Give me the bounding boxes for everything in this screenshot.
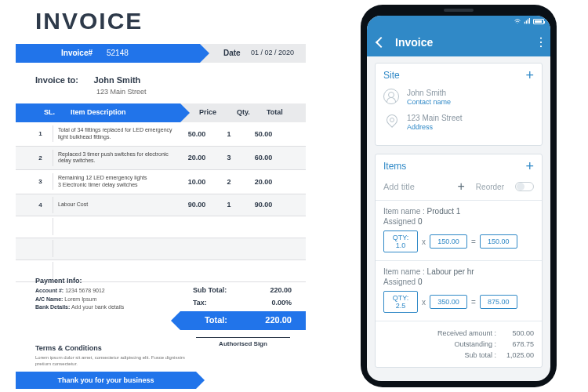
status-bar [367, 16, 550, 28]
total-value: 220.00 [265, 315, 292, 325]
th-total: Total [267, 108, 283, 116]
speaker-icon [444, 9, 474, 12]
payment-info: Payment Info: Account #: 1234 5678 9012 … [35, 277, 172, 312]
thank-you-banner: Thank you for your business [16, 372, 196, 389]
summary-outstanding: Outstanding :678.75 [383, 339, 534, 350]
multiply-icon: x [422, 298, 426, 307]
to-label: Invoice to: [35, 75, 90, 85]
line-total: 875.00 [480, 295, 517, 309]
add-title-input[interactable]: Add title [383, 182, 452, 191]
item-name: Product 1 [427, 207, 461, 216]
contact-name-value: John Smith [407, 89, 451, 97]
phone-screen: Invoice Site + John Smith Contact name [367, 16, 550, 381]
invoice-number: 52148 [107, 49, 129, 57]
tax-label: Tax: [193, 299, 248, 307]
signature-block: Authorised Sign [196, 337, 290, 347]
price-input[interactable]: 350.00 [430, 295, 467, 309]
item-row: Item name : Labour per hr Assigned 0 QTY… [383, 267, 534, 313]
table-body: 1 Total of 34 fittings replaced for LED … [16, 122, 306, 282]
table-header: SL. Item Description Price Qty. Total [16, 103, 306, 122]
add-item-button[interactable]: + [525, 162, 534, 171]
terms: Terms & Conditions Lorem ipsum dolor sit… [35, 344, 192, 368]
qty-input[interactable]: QTY: 1.0 [383, 230, 418, 252]
address-value: 123 Main Street [407, 114, 463, 122]
date-value: 01 / 02 / 2020 [251, 49, 294, 56]
table-row: . [16, 238, 306, 260]
header-band: Invoice# 52148 Date 01 / 02 / 2020 [16, 44, 306, 63]
date-label: Date [223, 49, 241, 57]
th-price: Price [199, 108, 216, 116]
back-icon[interactable] [375, 36, 387, 49]
table-row: 4 Labour Cost 90.00 1 90.00 [16, 194, 306, 216]
table-row: 3 Remaining 12 LED emergency lights 3 El… [16, 170, 306, 194]
contact-name-label: Contact name [407, 98, 451, 106]
item-name: Labour per hr [427, 267, 474, 276]
location-pin-icon [383, 114, 399, 129]
to-name: John Smith [93, 75, 140, 85]
reorder-label: Reorder [476, 183, 504, 191]
bill-to: Invoice to: John Smith 123 Main Street [35, 72, 306, 96]
th-sl: SL. [44, 108, 55, 116]
site-card: Site + John Smith Contact name 123 Main … [375, 63, 543, 146]
invoice-number-label: Invoice# [61, 49, 93, 57]
multiply-icon: x [422, 238, 426, 246]
payment-info-title: Payment Info: [35, 277, 172, 285]
item-assigned: 0 [418, 217, 423, 226]
equals-icon: = [471, 298, 476, 307]
person-icon [383, 89, 399, 104]
items-card: Items + Add title + Reorder Item name : … [375, 154, 543, 368]
to-address: 123 Main Street [96, 88, 306, 96]
app-content[interactable]: Site + John Smith Contact name 123 Main … [367, 56, 550, 381]
table-row: 1 Total of 34 fittings replaced for LED … [16, 122, 306, 147]
address-label: Address [407, 123, 463, 131]
signature-label: Authorised Sign [196, 340, 290, 347]
contact-row[interactable]: John Smith Contact name [383, 89, 534, 106]
signal-icon [524, 18, 530, 24]
terms-title: Terms & Conditions [35, 344, 192, 352]
overflow-menu-icon[interactable] [539, 36, 543, 49]
total-label: Total: [205, 315, 227, 325]
reorder-toggle[interactable] [515, 182, 534, 191]
wifi-icon [514, 18, 521, 24]
add-site-button[interactable]: + [525, 71, 534, 80]
app-bar: Invoice [367, 28, 550, 56]
invoice-document: INVOICE Invoice# 52148 Date 01 / 02 / 20… [16, 0, 306, 392]
line-total: 150.00 [480, 234, 517, 249]
table-row: . [16, 216, 306, 238]
summary-subtotal: Sub total :1,025.00 [383, 350, 534, 361]
table-row: 2 Replaced 3 timer push switches for ele… [16, 147, 306, 171]
summary-received: Received amount :500.00 [383, 328, 534, 339]
doc-title: INVOICE [35, 8, 306, 34]
app-title: Invoice [395, 36, 433, 49]
item-row: Item name : Product 1 Assigned 0 QTY: 1.… [383, 207, 534, 252]
items-heading: Items [383, 161, 406, 172]
site-heading: Site [383, 70, 400, 81]
price-input[interactable]: 150.00 [430, 234, 467, 249]
th-desc: Item Description [71, 108, 126, 116]
subtotal-label: Sub Total: [193, 286, 248, 294]
equals-icon: = [471, 238, 476, 246]
th-qty: Qty. [237, 108, 250, 116]
tax-value: 0.00% [248, 299, 292, 307]
terms-body: Lorem ipsum dolor sit amet, consectetur … [35, 354, 192, 368]
add-title-plus-icon[interactable]: + [458, 180, 465, 194]
item-assigned: 0 [418, 278, 423, 286]
phone-frame: Invoice Site + John Smith Contact name [361, 5, 557, 387]
qty-input[interactable]: QTY: 2.5 [383, 291, 418, 313]
battery-icon [533, 19, 544, 24]
subtotal-value: 220.00 [248, 286, 292, 294]
address-row[interactable]: 123 Main Street Address [383, 114, 534, 131]
